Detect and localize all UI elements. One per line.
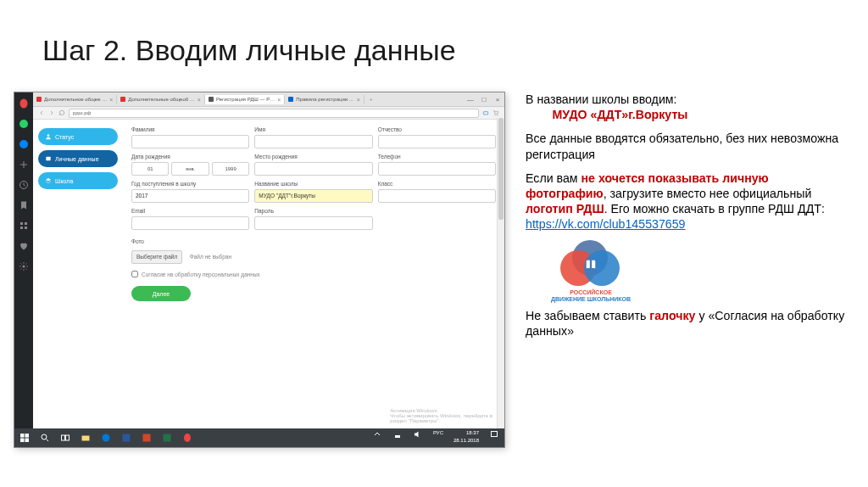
max-button[interactable]: □ — [477, 96, 491, 104]
start-button[interactable] — [19, 432, 31, 444]
form-area: Фамилия Имя Отчество Дата рождения 01 ян… — [123, 120, 504, 428]
svg-rect-9 — [483, 112, 487, 115]
address-bar-row: рдш.рф — [33, 107, 504, 120]
svg-point-12 — [47, 134, 50, 137]
heart-icon[interactable] — [18, 240, 30, 252]
input-name[interactable] — [254, 135, 372, 148]
label-dob: Дата рождения — [131, 154, 249, 160]
svg-rect-7 — [25, 227, 27, 229]
volume-icon[interactable] — [412, 428, 424, 440]
whatsapp-icon[interactable] — [18, 118, 30, 130]
input-surname[interactable] — [131, 135, 249, 148]
browser-tab[interactable]: Дополнительные общеоб …× — [117, 95, 205, 104]
svg-rect-16 — [20, 439, 25, 443]
input-phone[interactable] — [378, 162, 496, 176]
gear-icon[interactable] — [18, 260, 30, 272]
excel-icon[interactable] — [161, 432, 173, 444]
screenshot-container: Дополнительное общее …× Дополнительные о… — [14, 92, 505, 448]
back-icon[interactable] — [38, 109, 45, 116]
label-password: Пароль — [254, 208, 372, 214]
label-class: Класс — [378, 181, 496, 187]
word-icon[interactable] — [120, 432, 132, 444]
search-icon[interactable] — [39, 432, 51, 444]
consent-label: Согласие на обработку персональных данны… — [142, 271, 260, 277]
scroll-thumb[interactable] — [498, 118, 504, 220]
input-email[interactable] — [131, 216, 249, 230]
svg-rect-28 — [492, 432, 498, 437]
svg-point-26 — [184, 434, 191, 442]
network-icon[interactable] — [392, 428, 403, 440]
tray-lang[interactable]: РУС — [428, 428, 448, 447]
input-patronymic[interactable] — [378, 135, 496, 148]
svg-rect-17 — [25, 439, 30, 443]
svg-rect-15 — [25, 434, 30, 438]
opera-tb-icon[interactable] — [181, 432, 193, 444]
svg-point-0 — [20, 99, 28, 109]
tray-up-icon[interactable] — [371, 428, 383, 440]
browser-tab[interactable]: Правила регистрации …× — [285, 95, 364, 104]
input-class[interactable] — [378, 189, 496, 203]
label-school: Название школы — [254, 181, 372, 187]
svg-rect-19 — [62, 435, 65, 440]
sidebar-item-status[interactable]: Статус — [38, 128, 118, 145]
consent-row[interactable]: Согласие на обработку персональных данны… — [131, 271, 496, 277]
edge-icon[interactable] — [100, 432, 112, 444]
sidebar-item-school[interactable]: Школа — [38, 172, 118, 189]
consent-checkbox[interactable] — [131, 271, 138, 277]
history-icon[interactable] — [18, 179, 30, 191]
input-password[interactable] — [254, 216, 372, 230]
input-birthplace[interactable] — [254, 162, 372, 176]
svg-rect-5 — [25, 222, 27, 225]
file-choose-button[interactable]: Выберите файл — [131, 250, 182, 264]
forward-icon[interactable] — [48, 109, 55, 116]
vk-link[interactable]: https://vk.com/club145537659 — [526, 217, 686, 231]
reload-icon[interactable] — [58, 109, 65, 116]
min-button[interactable]: — — [464, 96, 477, 104]
svg-rect-27 — [395, 435, 400, 438]
vpn-icon[interactable] — [482, 109, 489, 116]
apps-icon[interactable] — [18, 220, 30, 232]
instruction-panel: В названии школы вводим: МУДО «ДДТ»г.Вор… — [526, 92, 848, 347]
file-status: Файл не выбран — [190, 254, 231, 260]
browser-tab-active[interactable]: Регистрация РДШ — Р…× — [205, 95, 285, 104]
tray-clock[interactable]: 18:3728.11.2018 — [448, 428, 484, 447]
svg-rect-6 — [20, 227, 23, 229]
next-button[interactable]: Далее — [131, 286, 191, 301]
select-year[interactable]: 1999 — [212, 162, 249, 176]
input-school[interactable]: МУДО "ДДТ"г.Воркуты — [254, 189, 372, 203]
sidebar-item-personal[interactable]: Личные данные — [38, 150, 118, 167]
slide-title: Шаг 2. Вводим личные данные — [42, 34, 456, 67]
address-bar[interactable]: рдш.рф — [69, 109, 479, 118]
close-button[interactable]: × — [491, 96, 504, 104]
browser-window: Дополнительное общее …× Дополнительные о… — [33, 92, 504, 428]
powerpoint-icon[interactable] — [141, 432, 153, 444]
select-day[interactable]: 01 — [131, 162, 169, 176]
label-birthplace: Место рождения — [254, 154, 372, 160]
tab-strip: Дополнительное общее …× Дополнительные о… — [33, 92, 504, 107]
plus-icon[interactable] — [18, 159, 30, 171]
label-email: Email — [131, 208, 249, 214]
windows-activation-watermark: Активация Windows Чтобы активировать Win… — [390, 408, 492, 423]
school-name-highlight: МУДО «ДДТ»г.Воркуты — [553, 108, 688, 121]
scrollbar[interactable] — [497, 118, 504, 428]
label-enroll-year: Год поступления в школу — [131, 181, 249, 187]
label-surname: Фамилия — [131, 126, 249, 132]
shopping-icon[interactable] — [492, 109, 499, 116]
label-name: Имя — [254, 126, 372, 132]
svg-rect-13 — [46, 157, 50, 161]
svg-rect-25 — [164, 434, 171, 442]
explorer-icon[interactable] — [80, 432, 92, 444]
new-tab-button[interactable]: + — [364, 95, 378, 104]
svg-rect-23 — [123, 434, 131, 442]
svg-point-11 — [497, 115, 498, 115]
bookmark-icon[interactable] — [18, 199, 30, 211]
input-enroll-year[interactable]: 2017 — [131, 189, 249, 203]
windows-taskbar: РУС 18:3728.11.2018 — [14, 428, 504, 447]
opera-icon[interactable] — [18, 98, 30, 109]
notifications-icon[interactable] — [488, 428, 500, 440]
messenger-icon[interactable] — [18, 138, 30, 150]
select-month[interactable]: янв. — [171, 162, 209, 176]
task-view-icon[interactable] — [59, 432, 71, 444]
rdsh-logo: РОССИЙСКОЕДВИЖЕНИЕ ШКОЛЬНИКОВ — [536, 240, 646, 302]
browser-tab[interactable]: Дополнительное общее …× — [33, 95, 117, 104]
